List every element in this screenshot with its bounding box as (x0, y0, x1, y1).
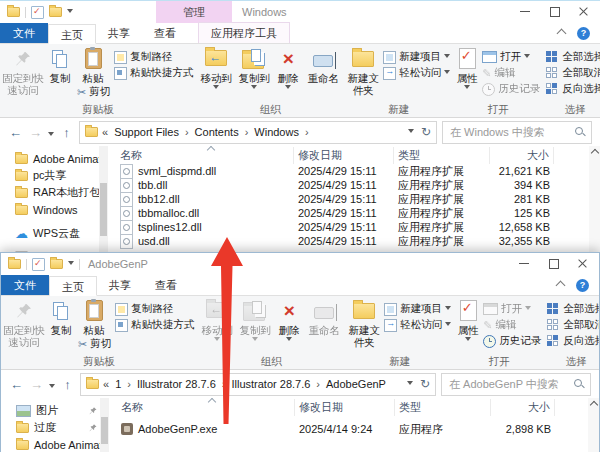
close-button[interactable] (569, 1, 598, 21)
scroll-up-icon[interactable] (590, 149, 598, 157)
chevron-down-icon[interactable] (67, 9, 73, 16)
close-button[interactable] (568, 253, 597, 273)
tab-share[interactable]: 共享 (97, 275, 143, 295)
copy-path-button[interactable]: 复制路径 (112, 49, 195, 65)
copy-path-button[interactable]: 复制路径 (113, 301, 196, 317)
sidebar-item-windows[interactable]: Windows (0, 201, 108, 218)
sidebar-scrollbar[interactable] (99, 146, 108, 252)
breadcrumb-item[interactable]: 1 (113, 378, 123, 390)
scroll-up-icon[interactable] (589, 401, 597, 409)
paste-shortcut-button[interactable]: 粘贴快捷方式 (113, 317, 196, 333)
file-row[interactable]: usd.dll 2025/4/29 15:11 应用程序扩展 32,355 KB (116, 234, 600, 248)
tab-file[interactable]: 文件 (1, 275, 49, 295)
file-row[interactable]: svml_dispmd.dll 2025/4/29 15:11 应用程序扩展 2… (116, 164, 600, 178)
copy-button[interactable]: 复制 (45, 46, 75, 84)
new-folder-button[interactable]: 新建文件夹 (345, 46, 381, 96)
tab-home[interactable]: 主页 (49, 276, 97, 296)
breadcrumb-item[interactable]: AdobeGenP (324, 378, 388, 390)
invert-selection-button[interactable]: 反向选择 (544, 81, 600, 97)
new-folder-button[interactable]: 新建文件夹 (346, 298, 382, 348)
back-button[interactable] (8, 125, 23, 140)
maximize-button[interactable] (539, 253, 568, 273)
help-icon[interactable]: ? (576, 279, 589, 292)
address-dropdown-icon[interactable] (407, 381, 413, 388)
file-row[interactable]: tbb.dll 2025/4/29 15:11 应用程序扩展 394 KB (116, 178, 600, 192)
tab-file[interactable]: 文件 (0, 23, 48, 43)
folder-icon[interactable] (49, 7, 62, 17)
history-button[interactable]: 历史记录 (480, 81, 542, 97)
maximize-button[interactable] (540, 1, 569, 21)
column-header-type[interactable]: 类型 (395, 399, 491, 416)
search-input[interactable] (448, 125, 574, 139)
file-row[interactable]: tbbmalloc.dll 2025/4/29 15:11 应用程序扩展 125… (116, 206, 600, 220)
folder-icon[interactable] (50, 259, 63, 269)
new-item-button[interactable]: 新建项目 (381, 49, 452, 65)
open-button[interactable]: 打开 (480, 49, 542, 65)
history-button[interactable]: 历史记录 (481, 333, 543, 349)
sidebar-item-adobe-animate[interactable]: Adobe Animate (1, 436, 109, 452)
file-list-scrollbar[interactable] (588, 398, 599, 452)
search-input[interactable] (447, 377, 573, 391)
refresh-icon[interactable] (420, 377, 430, 391)
properties-icon[interactable] (32, 258, 45, 271)
cut-button[interactable]: 剪切 (76, 336, 113, 352)
recent-locations-icon[interactable] (48, 132, 54, 139)
breadcrumb-item[interactable]: Illustrator 28.7.6 (229, 378, 312, 390)
select-all-button[interactable]: 全部选择 (545, 301, 599, 317)
folder-icon[interactable] (8, 259, 21, 269)
properties-button[interactable]: 属性 (455, 298, 481, 344)
edit-button[interactable]: 编辑 (480, 65, 542, 81)
chevron-down-icon[interactable] (68, 261, 74, 268)
up-button[interactable] (60, 377, 75, 392)
address-dropdown-icon[interactable] (408, 129, 414, 136)
address-breadcrumb[interactable]: 1 Illustrator 28.7.6 Illustrator 28.7.6 … (80, 373, 436, 396)
forward-button[interactable] (29, 377, 44, 392)
tab-view[interactable]: 查看 (142, 23, 188, 43)
open-button[interactable]: 打开 (481, 301, 543, 317)
tab-home[interactable]: 主页 (48, 24, 96, 44)
sidebar-item-pictures[interactable]: 图片 (1, 402, 109, 419)
file-list-scrollbar[interactable] (589, 146, 600, 252)
breadcrumb-item[interactable]: Support Files (112, 126, 181, 138)
sidebar-scrollbar[interactable] (100, 398, 109, 452)
breadcrumb-item[interactable]: Contents (193, 126, 241, 138)
select-none-button[interactable]: 全部取消 (544, 65, 600, 81)
sidebar-item-rar[interactable]: RAR本地打包默 (0, 184, 108, 201)
paste-shortcut-button[interactable]: 粘贴快捷方式 (112, 65, 195, 81)
column-header-size[interactable]: 大小 (490, 147, 554, 164)
column-header-date[interactable]: 修改日期 (295, 399, 395, 416)
pin-to-quick-access-button[interactable]: 固定到快速访问 (1, 46, 45, 96)
move-to-button[interactable]: ← 移动到 (197, 46, 235, 92)
delete-button[interactable]: 删除 (274, 298, 304, 344)
minimize-button[interactable] (510, 253, 539, 273)
pin-to-quick-access-button[interactable]: 固定到快速访问 (2, 298, 46, 348)
breadcrumb-item[interactable]: Windows (252, 126, 301, 138)
delete-button[interactable]: 删除 (273, 46, 303, 92)
tab-application-tools[interactable]: 应用程序工具 (198, 22, 290, 43)
sidebar-item-adobe-animate[interactable]: Adobe Animate (0, 150, 108, 167)
address-breadcrumb[interactable]: Support Files Contents Windows (79, 121, 437, 144)
copy-button[interactable]: 复制 (46, 298, 76, 336)
up-button[interactable] (59, 125, 74, 140)
refresh-icon[interactable] (421, 125, 431, 139)
select-none-button[interactable]: 全部取消 (545, 317, 599, 333)
column-header-name[interactable]: 名称 (116, 147, 294, 164)
column-header-size[interactable]: 大小 (491, 399, 555, 416)
breadcrumb-overflow-chevron[interactable] (103, 378, 109, 390)
select-all-button[interactable]: 全部选择 (544, 49, 600, 65)
contextual-tab-manage[interactable]: 管理 (156, 1, 232, 23)
collapse-ribbon-icon[interactable] (557, 29, 567, 39)
copy-to-button[interactable]: 复制到 (235, 46, 273, 92)
invert-selection-button[interactable]: 反向选择 (545, 333, 599, 349)
copy-to-button[interactable]: 复制到 (236, 298, 274, 344)
file-row[interactable]: tsplines12.dll 2025/4/29 15:11 应用程序扩展 12… (116, 220, 600, 234)
help-icon[interactable]: ? (577, 27, 590, 40)
tab-view[interactable]: 查看 (143, 275, 189, 295)
paste-button[interactable]: 粘贴 (75, 46, 111, 84)
move-to-button[interactable]: ← 移动到 (198, 298, 236, 344)
tab-share[interactable]: 共享 (96, 23, 142, 43)
easy-access-button[interactable]: 轻松访问 (382, 317, 453, 333)
properties-button[interactable]: 属性 (454, 46, 480, 92)
cut-button[interactable]: 剪切 (75, 84, 112, 100)
paste-button[interactable]: 粘贴 (76, 298, 112, 336)
